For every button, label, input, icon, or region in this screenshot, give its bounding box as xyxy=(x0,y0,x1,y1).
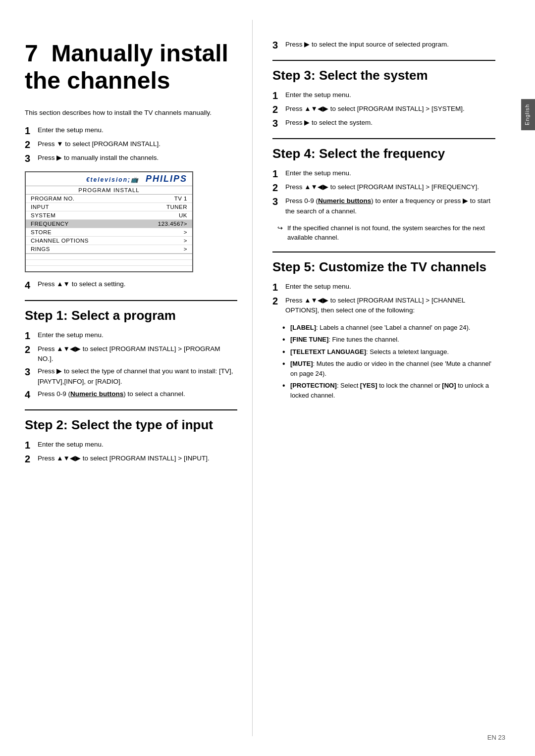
menu-value-store: > xyxy=(184,229,187,235)
page-footer: EN 23 xyxy=(487,734,505,741)
step3-text-1: Enter the setup menu. xyxy=(285,90,495,100)
bullet-fine-tune-text: [FINE TUNE]: Fine tunes the channel. xyxy=(290,335,399,345)
step4-heading: Step 4: Select the frequency xyxy=(272,146,495,161)
step2-num-2: 2 xyxy=(25,453,38,465)
menu-row-store: STORE > xyxy=(26,228,192,237)
chapter-title-text: Manually install the channels xyxy=(25,40,228,94)
chapter-number: 7 xyxy=(25,40,38,66)
step4-text: Press ▲▼ to select a setting. xyxy=(38,279,126,289)
step3-text-3: Press ▶ to select the system. xyxy=(285,118,495,128)
step3-heading: Step 3: Select the system xyxy=(272,68,495,83)
step1-num-1: 1 xyxy=(25,330,38,342)
step3-item-3: 3 Press ▶ to select the system. xyxy=(272,118,495,129)
step4-num-label: 4 xyxy=(25,279,38,291)
step5-item-2: 2 Press ▲▼◀▶ to select [PROGRAM INSTALL]… xyxy=(272,296,495,316)
step2-heading: Step 2: Select the type of input xyxy=(25,417,237,433)
step1-num-3: 3 xyxy=(25,366,38,378)
menu-value-frequency: 123.4567> xyxy=(158,221,187,227)
menu-footer-row-3 xyxy=(26,266,192,272)
step1-text-3: Press ▶ to select the type of channel th… xyxy=(38,366,237,387)
step4-item-1: 1 Enter the setup menu. xyxy=(272,168,495,180)
step4-text-3: Press 0-9 (Numeric buttons) to enter a f… xyxy=(285,196,495,216)
tv-menu-wrapper: €television;📺 PHILIPS PROGRAM INSTALL PR… xyxy=(25,171,237,272)
menu-value-program-no: TV 1 xyxy=(174,196,187,202)
menu-label-program-no: PROGRAM NO. xyxy=(31,196,75,202)
step1-text-4: Press 0-9 (Numeric buttons) to select a … xyxy=(38,389,237,399)
step4-num-3: 3 xyxy=(272,196,285,207)
step4-main: 4 Press ▲▼ to select a setting. xyxy=(25,279,237,291)
step1-text-1: Enter the setup menu. xyxy=(38,330,237,340)
philips-logo: €television;📺 PHILIPS xyxy=(26,172,192,186)
step1-heading: Step 1: Select a program xyxy=(25,308,237,323)
step2-num-1: 1 xyxy=(25,439,38,451)
menu-label-rings: RINGS xyxy=(31,246,50,252)
step3-text-2: Press ▲▼◀▶ to select [PROGRAM INSTALL] >… xyxy=(285,104,495,114)
divider-step3-right xyxy=(272,60,495,61)
step4-item-2: 2 Press ▲▼◀▶ to select [PROGRAM INSTALL]… xyxy=(272,182,495,194)
bullet-label-text: [LABEL]: Labels a channel (see 'Label a … xyxy=(290,323,470,333)
bullet-teletext: [TELETEXT LANGUAGE]: Selects a teletext … xyxy=(282,347,495,357)
step1-num-4: 4 xyxy=(25,389,38,401)
step-num-1: 1 xyxy=(25,125,38,137)
step5-text-2: Press ▲▼◀▶ to select [PROGRAM INSTALL] >… xyxy=(285,296,495,316)
main-step-1: 1 Enter the setup menu. xyxy=(25,125,237,137)
brand-name: PHILIPS xyxy=(146,174,187,184)
intro-text: This section describes how to install th… xyxy=(25,108,237,118)
bullet-fine-tune: [FINE TUNE]: Fine tunes the channel. xyxy=(282,335,495,345)
step2-text-1: Enter the setup menu. xyxy=(38,440,237,450)
menu-row-frequency: FREQUENCY 123.4567> xyxy=(26,220,192,228)
divider-step2 xyxy=(25,409,237,410)
step5-heading: Step 5: Customize the TV channels xyxy=(272,259,495,275)
step3-top-num: 3 xyxy=(272,39,285,51)
main-step-3: 3 Press ▶ to manually install the channe… xyxy=(25,153,237,164)
bullet-protection: [PROTECTION]: Select [YES] to lock the c… xyxy=(282,381,495,400)
step3-item-1: 1 Enter the setup menu. xyxy=(272,90,495,101)
step1-item-2: 2 Press ▲▼◀▶ to select [PROGRAM INSTALL]… xyxy=(25,344,237,364)
step5-num-2: 2 xyxy=(272,295,285,307)
step-2-text: Press ▼ to select [PROGRAM INSTALL]. xyxy=(38,139,237,149)
bullet-protection-text: [PROTECTION]: Select [YES] to lock the c… xyxy=(290,381,495,400)
menu-row-program-no: PROGRAM NO. TV 1 xyxy=(26,195,192,203)
menu-footer-row-2 xyxy=(26,260,192,266)
step1-num-2: 2 xyxy=(25,344,38,355)
step4-num-2: 2 xyxy=(272,182,285,194)
left-column: 7 Manually install the channels This sec… xyxy=(0,20,253,736)
step2-item-1: 1 Enter the setup menu. xyxy=(25,440,237,451)
step1-text-2: Press ▲▼◀▶ to select [PROGRAM INSTALL] >… xyxy=(38,344,237,364)
step5-item-1: 1 Enter the setup menu. xyxy=(272,282,495,293)
chapter-title: 7 Manually install the channels xyxy=(25,40,237,94)
menu-value-input: TUNER xyxy=(166,204,187,210)
step1-list: 1 Enter the setup menu. 2 Press ▲▼◀▶ to … xyxy=(25,330,237,401)
step-3-text: Press ▶ to manually install the channels… xyxy=(38,153,237,163)
divider-step1 xyxy=(25,300,237,301)
step3-top-text: Press ▶ to select the input source of se… xyxy=(285,40,495,50)
menu-value-system: UK xyxy=(179,212,187,218)
step2-list: 1 Enter the setup menu. 2 Press ▲▼◀▶ to … xyxy=(25,440,237,465)
menu-label-input: INPUT xyxy=(31,204,49,210)
step-num-3: 3 xyxy=(25,152,38,164)
right-column: 3 Press ▶ to select the input source of … xyxy=(253,20,520,736)
arrow-right-icon: ↪ xyxy=(277,223,287,233)
step4-item-3: 3 Press 0-9 (Numeric buttons) to enter a… xyxy=(272,196,495,216)
step1-item-1: 1 Enter the setup menu. xyxy=(25,330,237,342)
divider-step4-right xyxy=(272,138,495,139)
step5-list: 1 Enter the setup menu. 2 Press ▲▼◀▶ to … xyxy=(272,282,495,316)
step4-note: ↪ If the specified channel is not found,… xyxy=(277,223,495,243)
main-steps-list: 1 Enter the setup menu. 2 Press ▼ to sel… xyxy=(25,125,237,164)
step-1-text: Enter the setup menu. xyxy=(38,125,237,135)
step-num-2: 2 xyxy=(25,139,38,151)
menu-label-store: STORE xyxy=(31,229,52,235)
step4-list: 1 Enter the setup menu. 2 Press ▲▼◀▶ to … xyxy=(272,168,495,216)
step3-list: 1 Enter the setup menu. 2 Press ▲▼◀▶ to … xyxy=(272,90,495,129)
step2-text-2: Press ▲▼◀▶ to select [PROGRAM INSTALL] >… xyxy=(38,454,237,463)
step1-item-3: 3 Press ▶ to select the type of channel … xyxy=(25,366,237,387)
tv-icon: €television;📺 xyxy=(86,176,139,183)
bullet-mute: [MUTE]: Mutes the audio or video in the … xyxy=(282,359,495,378)
main-step-2: 2 Press ▼ to select [PROGRAM INSTALL]. xyxy=(25,139,237,151)
step4-text-2: Press ▲▼◀▶ to select [PROGRAM INSTALL] >… xyxy=(285,182,495,192)
menu-subheader: PROGRAM INSTALL xyxy=(26,186,192,195)
bullet-mute-text: [MUTE]: Mutes the audio or video in the … xyxy=(290,359,495,378)
step4-text-1: Enter the setup menu. xyxy=(285,168,495,178)
menu-row-rings: RINGS > xyxy=(26,245,192,253)
menu-value-rings: > xyxy=(184,246,187,252)
